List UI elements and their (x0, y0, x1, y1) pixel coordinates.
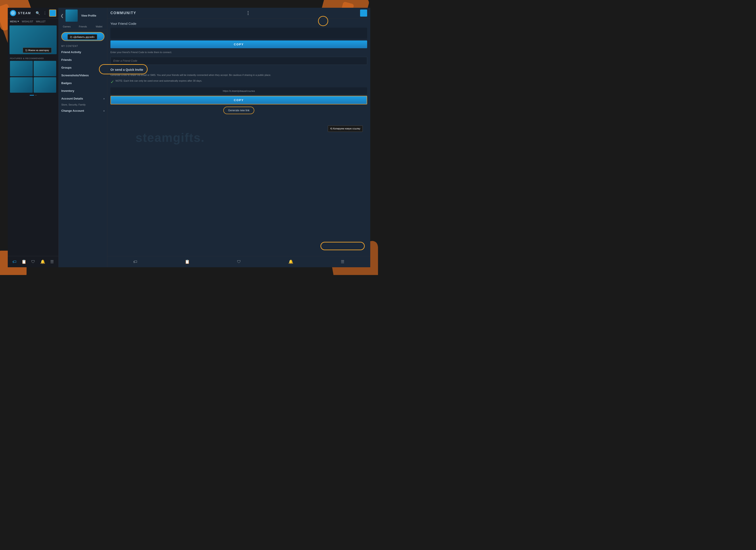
generate-new-link-button[interactable]: Generate new link (223, 107, 255, 114)
main-container: STEAM 🔍 ⋮ MENU ▾ WISHLIST WALLET 1) Жмем… (8, 8, 370, 267)
header-icons: 🔍 ⋮ (35, 10, 56, 17)
copy-link-container: COPY 3) Создаем новую ссылку (110, 96, 367, 107)
store-nav: MENU ▾ WISHLIST WALLET (8, 19, 58, 24)
featured-banner: 1) Жмем на аватарку (10, 25, 57, 54)
community-content: Your Friend Code COPY Enter your friend'… (107, 19, 370, 256)
annotation-2: 2) «Добавить друзей» (67, 34, 97, 40)
panel-store: STEAM 🔍 ⋮ MENU ▾ WISHLIST WALLET 1) Жмем… (8, 8, 59, 267)
store-bottom-nav: 🏷 📋 🛡 🔔 ☰ (8, 256, 58, 267)
tab-wallet[interactable]: Wallet (91, 23, 107, 30)
more-options-icon[interactable]: ⋮ (42, 10, 47, 16)
groups-item[interactable]: Groups (59, 64, 107, 72)
view-profile-button[interactable]: View Profile (79, 13, 98, 18)
featured-label: FEATURED & RECOMMENDED (10, 57, 56, 60)
profile-header: ❮ View Profile (59, 8, 107, 23)
featured-item-3[interactable] (10, 77, 33, 93)
friends-item[interactable]: Friends (59, 56, 107, 64)
featured-grid (10, 61, 56, 93)
friend-code-input[interactable] (110, 57, 367, 65)
profile-tabs: Games Friends Wallet (59, 23, 107, 30)
screenshots-videos-item[interactable]: Screenshots/Videos (59, 72, 107, 79)
featured-item-2[interactable] (34, 61, 56, 76)
bottom-tag-icon[interactable]: 🏷 (12, 259, 17, 265)
copy-friend-code-button[interactable]: COPY (110, 41, 367, 48)
steam-title: STEAM (18, 11, 31, 15)
my-content-label: MY CONTENT (59, 43, 107, 48)
scroll-dot-1 (35, 95, 37, 96)
user-avatar[interactable] (49, 10, 56, 17)
steam-logo-icon (10, 10, 16, 16)
friend-code-box (110, 28, 367, 39)
panel-profile: ❮ View Profile 2) «Добавить друзей» Game… (59, 8, 107, 267)
invite-link-box: https://s.team/p/ваша/ссылка (110, 87, 367, 95)
scroll-indicator (8, 94, 58, 97)
panel-community: COMMUNITY Your Friend Code COPY Enter yo… (107, 8, 370, 267)
search-icon[interactable]: 🔍 (35, 10, 41, 16)
quick-invite-description: Generate a link to share via email or SM… (110, 73, 367, 77)
community-bottom-list-icon[interactable]: 📋 (184, 259, 191, 265)
nav-wishlist[interactable]: WISHLIST (22, 20, 33, 23)
featured-section: FEATURED & RECOMMENDED (8, 56, 58, 94)
copy-link-button[interactable]: COPY (110, 96, 367, 104)
community-bottom-shield-icon[interactable]: 🛡 (236, 259, 242, 265)
back-button[interactable]: ❮ (60, 13, 64, 18)
friend-code-title: Your Friend Code (110, 22, 367, 25)
bottom-list-icon[interactable]: 📋 (21, 259, 27, 265)
friend-code-helper: Enter your friend's Friend Code to invit… (110, 50, 367, 54)
steam-header: STEAM 🔍 ⋮ (8, 8, 58, 19)
dot-2 (248, 13, 249, 14)
community-avatar[interactable] (360, 10, 367, 17)
account-details-item[interactable]: Account Details › Store, Security, Famil… (59, 95, 107, 108)
community-bottom-tag-icon[interactable]: 🏷 (132, 259, 138, 265)
quick-invite-title: Or send a Quick Invite (110, 68, 367, 72)
community-header: COMMUNITY (107, 8, 370, 19)
annotation-4: 4) Копируем новую ссылку (328, 126, 363, 132)
community-bottom-menu-icon[interactable]: ☰ (340, 259, 345, 265)
note-text: ✓ NOTE: Each link can only be used once … (110, 79, 367, 85)
dot-1 (248, 11, 249, 12)
invite-link-text: https://s.team/p/ваша/ссылка (114, 90, 364, 92)
community-bottom-nav: 🏷 📋 🛡 🔔 ☰ (107, 256, 370, 267)
profile-avatar (66, 10, 78, 22)
nav-menu[interactable]: MENU ▾ (10, 20, 19, 23)
check-icon: ✓ (110, 79, 114, 85)
community-more-options[interactable] (248, 11, 249, 15)
friend-activity-item[interactable]: Friend Activity (59, 48, 107, 56)
community-bottom-bell-icon[interactable]: 🔔 (287, 259, 294, 265)
bottom-menu-icon[interactable]: ☰ (49, 259, 55, 265)
annotation-1: 1) Жмем на аватарку (23, 48, 52, 53)
nav-wallet[interactable]: WALLET (36, 20, 46, 23)
scroll-dot-active (30, 95, 34, 96)
bottom-shield-icon[interactable]: 🛡 (30, 259, 36, 265)
tab-games[interactable]: Games (59, 23, 75, 30)
featured-item-1[interactable] (10, 61, 33, 76)
tab-friends[interactable]: Friends (75, 23, 91, 30)
change-account-item[interactable]: Change Account › (59, 108, 107, 115)
dot-3 (248, 14, 249, 15)
svg-point-1 (12, 12, 14, 14)
inventory-item[interactable]: Inventory (59, 87, 107, 95)
community-title: COMMUNITY (110, 11, 136, 15)
badges-item[interactable]: Badges (59, 79, 107, 87)
featured-item-4[interactable] (34, 77, 56, 93)
bottom-bell-icon[interactable]: 🔔 (39, 259, 46, 265)
